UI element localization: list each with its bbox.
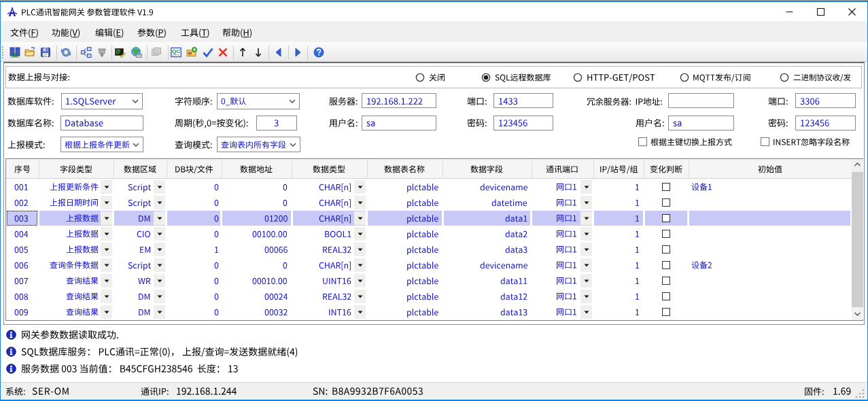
svg-text:QC: QC [172, 48, 180, 54]
